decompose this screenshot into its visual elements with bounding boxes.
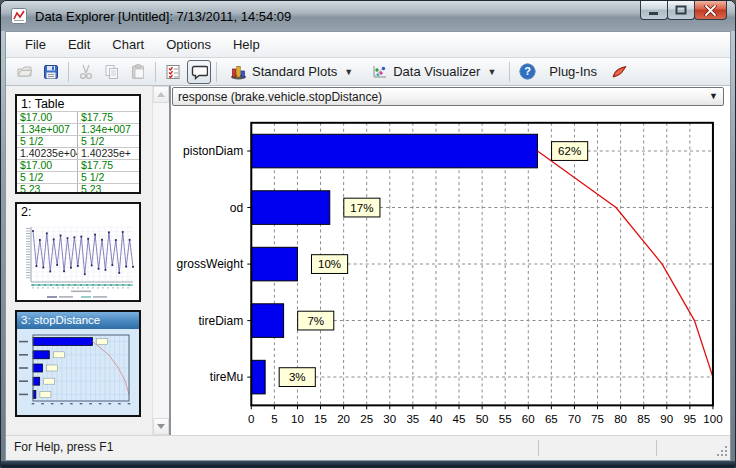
data-visualizer-button[interactable]: Data Visualizer ▼	[363, 60, 504, 84]
close-button[interactable]	[694, 1, 727, 20]
caption-buttons	[641, 1, 727, 20]
copy-button[interactable]	[100, 60, 124, 84]
table-cell: 5 1/2	[17, 172, 77, 183]
table-cell: 1.34e+007	[77, 124, 139, 135]
thumbnail-title: 2:	[17, 204, 139, 219]
table-cell: $17.75	[77, 160, 139, 171]
table-cell: 1.40235e+	[77, 148, 139, 159]
statusbar-pane-separator	[656, 440, 657, 456]
svg-text:70: 70	[568, 413, 581, 425]
scroll-up-button[interactable]	[153, 86, 169, 103]
svg-text:55: 55	[499, 413, 512, 425]
table-cell: 1.34e+007	[17, 124, 77, 135]
copy-icon	[104, 64, 120, 80]
svg-text:20: 20	[337, 413, 350, 425]
svg-text:95: 95	[683, 413, 696, 425]
table-row: $17.00$17.75	[17, 159, 139, 171]
plug-ins-label: Plug-Ins	[549, 64, 597, 79]
menu-item-help[interactable]: Help	[222, 34, 271, 55]
svg-text:tireDiam: tireDiam	[198, 314, 243, 328]
paste-icon	[130, 64, 146, 80]
table-row: 5.235.23	[17, 183, 139, 194]
standard-plots-button[interactable]: Standard Plots ▼	[222, 60, 361, 84]
table-row: $17.00$17.75	[17, 111, 139, 123]
paste-button[interactable]	[126, 60, 150, 84]
sidebar-scrollbar[interactable]	[152, 86, 169, 435]
svg-text:45: 45	[453, 413, 466, 425]
open-icon	[17, 64, 33, 80]
open-button[interactable]	[13, 60, 37, 84]
menu-item-edit[interactable]: Edit	[57, 34, 101, 55]
svg-text:40: 40	[430, 413, 443, 425]
menu-item-options[interactable]: Options	[155, 34, 222, 55]
svg-text:30: 30	[383, 413, 396, 425]
svg-text:75: 75	[591, 413, 604, 425]
cut-icon	[78, 64, 94, 80]
table-row: 5 1/25 1/2	[17, 171, 139, 183]
plugin-flag-button[interactable]	[607, 60, 631, 84]
help-icon: ?	[519, 63, 536, 80]
app-window: Data Explorer [Untitled]: 7/13/2011, 14:…	[0, 0, 736, 468]
plugin-flag-icon	[611, 64, 628, 80]
pareto-chart: pistonDiamodgrossWeighttireDiamtireMu62%…	[171, 106, 730, 435]
window-title: Data Explorer [Untitled]: 7/13/2011, 14:…	[35, 9, 291, 24]
save-button[interactable]	[39, 60, 63, 84]
svg-text:17%: 17%	[350, 202, 373, 214]
chevron-down-icon: ▼	[344, 67, 353, 77]
svg-text:0: 0	[248, 413, 254, 425]
toolbar: Standard Plots ▼ Data Visualizer ▼	[6, 58, 730, 86]
scroll-down-button[interactable]	[153, 418, 169, 435]
scrollbar-track[interactable]	[153, 103, 169, 418]
svg-text:10: 10	[291, 413, 304, 425]
data-visualizer-label: Data Visualizer	[393, 64, 480, 79]
response-selector[interactable]: response (brake.vehicle.stopDistance) ▼	[172, 87, 724, 106]
svg-text:90: 90	[660, 413, 673, 425]
minimize-button[interactable]	[640, 1, 668, 20]
svg-text:62%: 62%	[558, 145, 581, 157]
help-button[interactable]: ?	[515, 60, 539, 84]
response-selector-value: response (brake.vehicle.stopDistance)	[178, 90, 382, 104]
comment-bubble-icon	[191, 64, 208, 80]
cut-button[interactable]	[74, 60, 98, 84]
svg-text:35: 35	[406, 413, 419, 425]
svg-text:25: 25	[360, 413, 373, 425]
table-cell: $17.75	[77, 112, 139, 123]
table-cell: 1.40235e+041	[17, 148, 77, 159]
checklist-button[interactable]	[161, 60, 185, 84]
table-row: 1.34e+0071.34e+007	[17, 123, 139, 135]
triangle-down-icon	[157, 424, 165, 429]
svg-text:od: od	[230, 201, 243, 215]
mini-table: $17.00$17.751.34e+0071.34e+0075 1/25 1/2…	[17, 111, 139, 194]
svg-text:50: 50	[476, 413, 489, 425]
toolbar-separator	[68, 62, 69, 82]
table-cell: 5 1/2	[77, 136, 139, 147]
table-cell: $17.00	[17, 160, 77, 171]
status-text: For Help, press F1	[14, 440, 113, 454]
toolbar-separator	[155, 62, 156, 82]
svg-text:10%: 10%	[318, 258, 341, 270]
menu-item-file[interactable]: File	[14, 34, 57, 55]
svg-text:100: 100	[703, 413, 722, 425]
plug-ins-button[interactable]: Plug-Ins	[541, 60, 605, 84]
checklist-icon	[165, 64, 181, 80]
menu-item-chart[interactable]: Chart	[101, 34, 155, 55]
resize-grip[interactable]	[715, 444, 727, 456]
thumbnail-line-chart[interactable]: 2:	[15, 202, 141, 302]
table-row: 5 1/25 1/2	[17, 135, 139, 147]
svg-text:60: 60	[522, 413, 535, 425]
standard-plots-label: Standard Plots	[252, 64, 337, 79]
mini-pareto-chart	[17, 329, 139, 415]
comment-bubble-button[interactable]	[187, 60, 211, 84]
svg-text:3%: 3%	[289, 371, 306, 383]
toolbar-separator	[216, 62, 217, 82]
triangle-up-icon	[157, 92, 165, 97]
thumbnail-table[interactable]: 1: Table $17.00$17.751.34e+0071.34e+0075…	[15, 94, 141, 194]
titlebar[interactable]: Data Explorer [Untitled]: 7/13/2011, 14:…	[1, 1, 735, 31]
svg-text:tireMu: tireMu	[210, 370, 243, 384]
table-row: 1.40235e+0411.40235e+	[17, 147, 139, 159]
svg-text:7%: 7%	[307, 315, 324, 327]
thumbnail-stop-distance[interactable]: 3: stopDistance	[15, 310, 141, 417]
mini-line-chart	[17, 219, 139, 302]
maximize-button[interactable]	[667, 1, 695, 20]
thumbnail-title: 3: stopDistance	[17, 312, 139, 329]
